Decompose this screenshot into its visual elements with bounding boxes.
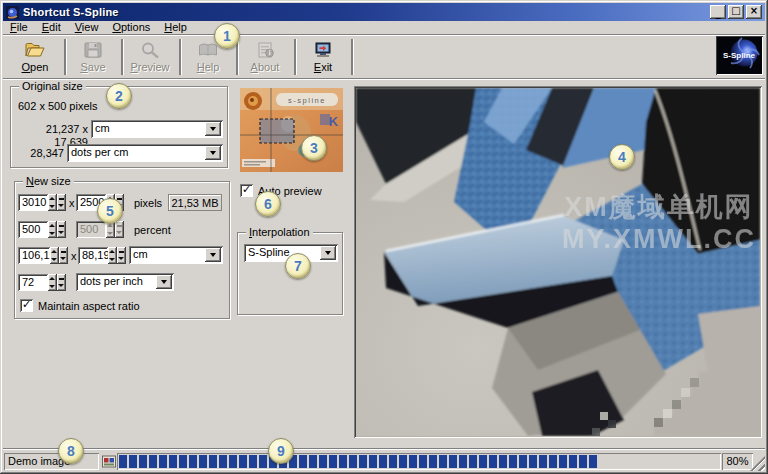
annotation-circle-9: 9 xyxy=(268,438,294,464)
maximize-button[interactable]: □ xyxy=(728,5,744,19)
toolbar-separator xyxy=(351,39,353,75)
spin-drop-icon[interactable] xyxy=(57,194,66,211)
spin-drop-icon[interactable] xyxy=(57,274,66,291)
combo-dropdown-button[interactable] xyxy=(320,246,336,260)
new-size-unit-value: cm xyxy=(129,246,203,264)
thumbnail-navigator[interactable]: s-spline K xyxy=(240,88,343,172)
new-size-unit-combo[interactable]: cm xyxy=(129,246,223,264)
sspline-logo: S-Spline xyxy=(716,36,763,75)
app-icon xyxy=(6,6,19,19)
maintain-aspect-label: Maintain aspect ratio xyxy=(38,300,140,313)
times-label: x xyxy=(71,250,77,263)
spin-drop-icon[interactable] xyxy=(57,221,66,238)
original-unit-combo[interactable]: cm xyxy=(91,120,223,138)
about-button-label: About xyxy=(251,61,280,73)
spin-drop-icon xyxy=(115,221,124,238)
toolbar-separator xyxy=(179,39,181,75)
combo-dropdown-button[interactable] xyxy=(156,275,172,289)
preview-pane: XM魔域单机网 MY.XMWL.CC xyxy=(354,86,762,438)
width-percent-spinner[interactable] xyxy=(48,221,66,238)
spin-drop-icon[interactable] xyxy=(59,247,68,264)
open-folder-icon xyxy=(24,41,46,59)
maintain-aspect-checkbox[interactable] xyxy=(20,299,33,312)
width-units-input[interactable]: 106,19 xyxy=(18,247,50,264)
original-size-title: Original size xyxy=(19,81,86,92)
exit-door-icon xyxy=(312,41,334,59)
spin-up-down-icon[interactable] xyxy=(48,274,57,291)
watermark-line1: XM魔域单机网 xyxy=(564,192,754,222)
menu-options[interactable]: Options xyxy=(105,21,157,34)
sspline-swirl-icon: S-Spline xyxy=(717,37,762,74)
menu-edit[interactable]: Edit xyxy=(35,21,68,34)
svg-text:S-Spline: S-Spline xyxy=(723,51,756,60)
width-pixels-input[interactable]: 3010 xyxy=(18,194,48,211)
percent-unit-label: percent xyxy=(134,224,171,237)
original-unit-value: cm xyxy=(91,120,203,138)
spin-drop-icon[interactable] xyxy=(117,247,126,264)
annotation-circle-4: 4 xyxy=(609,144,635,170)
preview-button-label: Preview xyxy=(130,61,169,73)
combo-dropdown-button[interactable] xyxy=(205,248,221,262)
spin-up-down-icon[interactable] xyxy=(50,247,59,264)
exit-button[interactable]: Exit xyxy=(297,37,349,77)
window-title: Shortcut S-Spline xyxy=(23,6,708,18)
title-bar: Shortcut S-Spline _ □ × xyxy=(3,3,765,21)
open-button[interactable]: Open xyxy=(9,37,61,77)
original-pixels-label: 602 x 500 pixels xyxy=(18,100,98,113)
pixels-unit-label: pixels xyxy=(134,197,162,210)
auto-preview-checkbox[interactable] xyxy=(240,184,253,197)
spin-up-down-icon[interactable] xyxy=(48,221,57,238)
menu-file[interactable]: File xyxy=(3,21,35,34)
interpolation-title: Interpolation xyxy=(246,227,313,238)
menu-bar: File Edit View Options Help xyxy=(3,21,765,34)
preview-magnifier-icon xyxy=(139,41,161,59)
resolution-unit-combo[interactable]: dots per inch xyxy=(76,273,174,291)
save-button-label: Save xyxy=(80,61,105,73)
combo-dropdown-button[interactable] xyxy=(205,122,221,136)
thumbnail-image: s-spline K xyxy=(240,88,343,172)
height-units-spinner[interactable] xyxy=(108,247,126,264)
status-message-panel: Demo image xyxy=(4,453,99,470)
open-button-label: Open xyxy=(22,61,49,73)
annotation-circle-6: 6 xyxy=(255,191,281,217)
zoom-percent-panel: 80% xyxy=(722,453,753,470)
exit-button-label: Exit xyxy=(314,61,332,73)
menu-view[interactable]: View xyxy=(68,21,106,34)
toolbar-separator xyxy=(294,39,296,75)
spin-up-down-icon[interactable] xyxy=(108,247,117,264)
annotation-circle-5: 5 xyxy=(97,198,123,224)
about-document-icon xyxy=(254,41,276,59)
app-window: Shortcut S-Spline _ □ × File Edit View O… xyxy=(0,0,768,474)
save-floppy-icon xyxy=(82,41,104,59)
chevron-down-icon xyxy=(210,253,216,257)
progress-bar xyxy=(117,453,721,470)
save-button: Save xyxy=(67,37,119,77)
times-label: x xyxy=(69,197,75,210)
toolbar: Open Save Preview He xyxy=(3,34,765,78)
spin-up-down-icon[interactable] xyxy=(48,194,57,211)
close-button[interactable]: × xyxy=(746,5,762,19)
resolution-unit-value: dots per inch xyxy=(76,273,154,291)
watermark-line2: MY.XMWL.CC xyxy=(562,224,756,254)
annotation-circle-2: 2 xyxy=(106,83,132,109)
crop-selection[interactable] xyxy=(260,119,294,143)
original-resolution-combo[interactable]: dots per cm xyxy=(67,144,223,162)
height-units-input[interactable]: 88,19 xyxy=(78,247,108,264)
chevron-down-icon xyxy=(210,127,216,131)
width-units-spinner[interactable] xyxy=(50,247,68,264)
toolbar-separator xyxy=(64,39,66,75)
minimize-button[interactable]: _ xyxy=(710,5,726,19)
width-percent-input[interactable]: 500 xyxy=(18,221,48,238)
annotation-circle-8: 8 xyxy=(58,438,84,464)
annotation-circle-1: 1 xyxy=(214,23,240,49)
file-size-box: 21,53 MB xyxy=(168,194,222,211)
progress-fill xyxy=(119,455,599,468)
chevron-down-icon xyxy=(210,151,216,155)
resolution-spinner[interactable] xyxy=(48,274,66,291)
preview-button: Preview xyxy=(124,37,176,77)
width-pixels-spinner[interactable] xyxy=(48,194,66,211)
resolution-input[interactable]: 72 xyxy=(18,274,48,291)
svg-text:s-spline: s-spline xyxy=(288,96,326,105)
combo-dropdown-button[interactable] xyxy=(205,146,221,160)
menu-help[interactable]: Help xyxy=(157,21,194,34)
